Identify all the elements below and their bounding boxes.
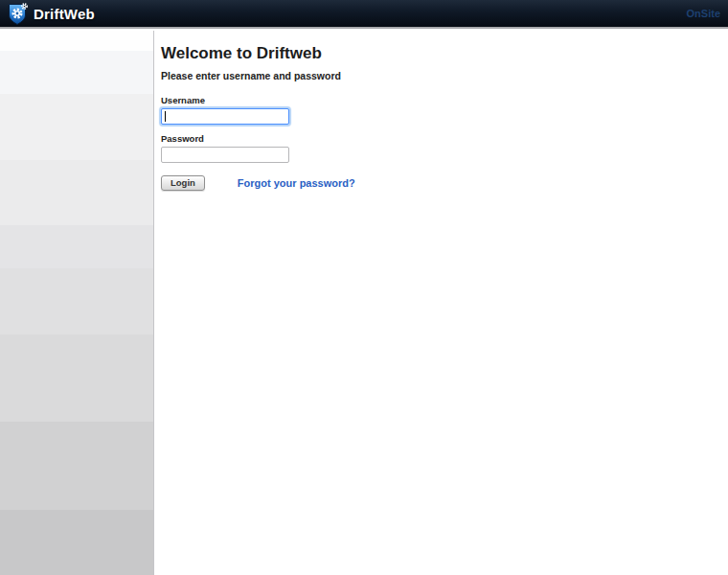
app-logo[interactable]: DriftWeb <box>8 2 95 26</box>
sidebar <box>0 31 154 575</box>
page-title: Welcome to Driftweb <box>161 44 728 63</box>
sidebar-stripe <box>0 510 153 575</box>
username-input[interactable] <box>161 108 289 125</box>
username-label: Username <box>161 95 728 105</box>
main-content: Welcome to Driftweb Please enter usernam… <box>155 31 728 575</box>
sidebar-stripe <box>0 160 153 225</box>
top-header: DriftWeb OnSite <box>0 0 728 29</box>
sidebar-stripe <box>0 268 153 334</box>
sidebar-stripe <box>0 94 153 160</box>
sidebar-stripe <box>0 225 153 268</box>
sidebar-stripe <box>0 31 153 51</box>
password-input[interactable] <box>161 147 289 163</box>
login-button[interactable]: Login <box>161 175 205 191</box>
shield-gear-icon <box>8 2 29 26</box>
app-title: DriftWeb <box>34 6 95 22</box>
page-subtitle: Please enter username and password <box>161 70 728 81</box>
sidebar-stripe <box>0 51 153 94</box>
username-field-row <box>161 108 291 125</box>
login-form: Username Password Login Forgot your pass… <box>161 95 728 191</box>
sidebar-stripe <box>0 334 153 422</box>
sidebar-stripe <box>0 422 153 510</box>
password-field-row <box>161 147 291 163</box>
page: DriftWeb OnSite Welcome to Driftweb Plea… <box>0 0 728 575</box>
button-row: Login Forgot your password? <box>161 175 728 191</box>
forgot-password-link[interactable]: Forgot your password? <box>238 177 355 189</box>
password-label: Password <box>161 133 728 144</box>
text-caret <box>165 111 166 122</box>
onsite-link[interactable]: OnSite <box>687 8 720 19</box>
